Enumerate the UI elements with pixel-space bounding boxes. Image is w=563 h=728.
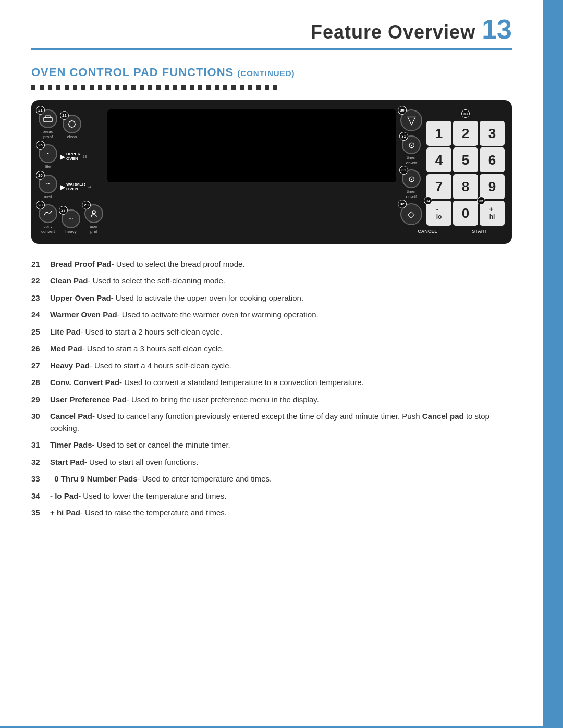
pad-22-icon: 22 bbox=[63, 115, 81, 133]
num-btn-lo[interactable]: 34 -lo bbox=[426, 201, 451, 226]
pad-27-icon: 27 ··· bbox=[62, 209, 80, 228]
desc-25: 25 Lite Pad- Used to start a 2 hours sel… bbox=[31, 326, 512, 338]
badge-35: 35 bbox=[477, 196, 485, 205]
action-pads-col: 30 ▽ 31 ⊙ timeron-off bbox=[400, 109, 422, 225]
pad-row-1: 21 breadproof 22 clean bbox=[39, 109, 103, 139]
dot-separator bbox=[31, 85, 512, 90]
desc-23: 23 Upper Oven Pad- Used to activate the … bbox=[31, 292, 512, 304]
cancel-label: CANCEL bbox=[418, 229, 437, 234]
description-list: 21 Bread Proof Pad- Used to select the b… bbox=[31, 258, 512, 519]
pad-31b[interactable]: 31 ⊙ timeron-off bbox=[402, 169, 421, 199]
page-header: Feature Overview 13 bbox=[31, 16, 512, 43]
pad-25-icon: 25 · bbox=[39, 144, 57, 163]
pad-30-icon: 30 ▽ bbox=[400, 109, 422, 131]
desc-31: 31 Timer Pads- Used to set or cancel the… bbox=[31, 439, 512, 451]
pad-row-3: 26 ·· med ▶ WARMEROVEN 24 bbox=[39, 175, 103, 200]
num-btn-7[interactable]: 7 bbox=[426, 174, 451, 199]
num-btn-5[interactable]: 5 bbox=[453, 147, 478, 172]
display-area bbox=[107, 109, 396, 182]
num-btn-0[interactable]: 0 bbox=[453, 201, 478, 226]
pad-31b-icon: 31 ⊙ bbox=[402, 169, 421, 188]
pad-30[interactable]: 30 ▽ bbox=[400, 109, 422, 131]
pad-27[interactable]: 27 ··· heavy bbox=[62, 209, 80, 235]
pad-26-icon: 26 ·· bbox=[39, 175, 57, 193]
pad-31a-icon: 31 ⊙ bbox=[402, 135, 421, 154]
numpad-grid: 1 2 3 4 5 6 7 8 9 34 -lo bbox=[426, 121, 505, 226]
desc-32: 32 Start Pad- Used to start all oven fun… bbox=[31, 456, 512, 468]
page-title: Feature Overview bbox=[311, 21, 475, 43]
pad-28[interactable]: 28 convconvert bbox=[39, 204, 57, 234]
header-divider bbox=[31, 48, 512, 50]
control-panel: 21 breadproof 22 clean 25 bbox=[31, 100, 512, 244]
svg-point-7 bbox=[92, 211, 95, 214]
pad-32-icon: 32 ◇ bbox=[400, 203, 422, 225]
desc-24: 24 Warmer Oven Pad- Used to activate the… bbox=[31, 309, 512, 321]
desc-33: 33 0 Thru 9 Number Pads- Used to enter t… bbox=[31, 473, 512, 485]
desc-26: 26 Med Pad- Used to start a 3 hours self… bbox=[31, 343, 512, 355]
desc-29: 29 User Preference Pad- Used to bring th… bbox=[31, 394, 512, 406]
num-btn-3[interactable]: 3 bbox=[480, 121, 505, 146]
pad-29[interactable]: 29 userpref bbox=[84, 204, 103, 234]
pad-row-2: 25 · lite ▶ UPPEROVEN 23 bbox=[39, 144, 103, 169]
warmer-oven-label: ▶ WARMEROVEN 24 bbox=[60, 182, 91, 192]
num-btn-8[interactable]: 8 bbox=[453, 174, 478, 199]
upper-oven-label: ▶ UPPEROVEN 23 bbox=[60, 152, 87, 162]
svg-point-2 bbox=[69, 121, 75, 127]
pad-28-icon: 28 bbox=[39, 204, 57, 223]
desc-27: 27 Heavy Pad- Used to start a 4 hours se… bbox=[31, 360, 512, 372]
desc-34: 34 - lo Pad- Used to lower the temperatu… bbox=[31, 490, 512, 502]
page-number: 13 bbox=[482, 16, 512, 43]
pad-32[interactable]: 32 ◇ bbox=[400, 203, 422, 225]
badge-33: 33 bbox=[461, 109, 470, 118]
left-pads: 21 breadproof 22 clean 25 bbox=[39, 109, 103, 235]
desc-35: 35 + hi Pad- Used to raise the temperatu… bbox=[31, 507, 512, 519]
right-section: 30 ▽ 31 ⊙ timeron-off bbox=[400, 109, 505, 234]
num-btn-hi[interactable]: 35 +hi bbox=[480, 201, 505, 226]
sidebar-accent bbox=[543, 0, 563, 728]
badge-34: 34 bbox=[424, 196, 432, 205]
cancel-start-labels: CANCEL START bbox=[400, 229, 505, 234]
pad-26[interactable]: 26 ·· med bbox=[39, 175, 57, 200]
num-btn-4[interactable]: 4 bbox=[426, 147, 451, 172]
badge-33-row: 33 bbox=[426, 109, 505, 118]
desc-28: 28 Conv. Convert Pad- Used to convert a … bbox=[31, 377, 512, 389]
pad-29-icon: 29 bbox=[84, 204, 103, 223]
pad-22[interactable]: 22 clean bbox=[63, 115, 81, 140]
num-pad-section: 33 1 2 3 4 5 6 7 8 9 bbox=[426, 109, 505, 226]
pad-21-icon: 21 bbox=[39, 109, 57, 128]
num-btn-6[interactable]: 6 bbox=[480, 147, 505, 172]
pad-31a[interactable]: 31 ⊙ timeron-off bbox=[402, 135, 421, 165]
pad-row-4: 28 convconvert 27 ··· heavy 29 bbox=[39, 204, 103, 234]
num-btn-9[interactable]: 9 bbox=[480, 174, 505, 199]
pad-21[interactable]: 21 breadproof bbox=[39, 109, 57, 139]
section-heading: OVEN CONTROL PAD FUNCTIONS (CONTINUED) bbox=[31, 66, 512, 79]
num-btn-2[interactable]: 2 bbox=[453, 121, 478, 146]
start-label: START bbox=[472, 229, 487, 234]
desc-30: 30 Cancel Pad- Used to cancel any functi… bbox=[31, 411, 512, 434]
desc-21: 21 Bread Proof Pad- Used to select the b… bbox=[31, 258, 512, 270]
num-btn-1[interactable]: 1 bbox=[426, 121, 451, 146]
desc-22: 22 Clean Pad- Used to select the self-cl… bbox=[31, 275, 512, 287]
pad-25[interactable]: 25 · lite bbox=[39, 144, 57, 169]
timer-numpad-row: 30 ▽ 31 ⊙ timeron-off bbox=[400, 109, 505, 226]
